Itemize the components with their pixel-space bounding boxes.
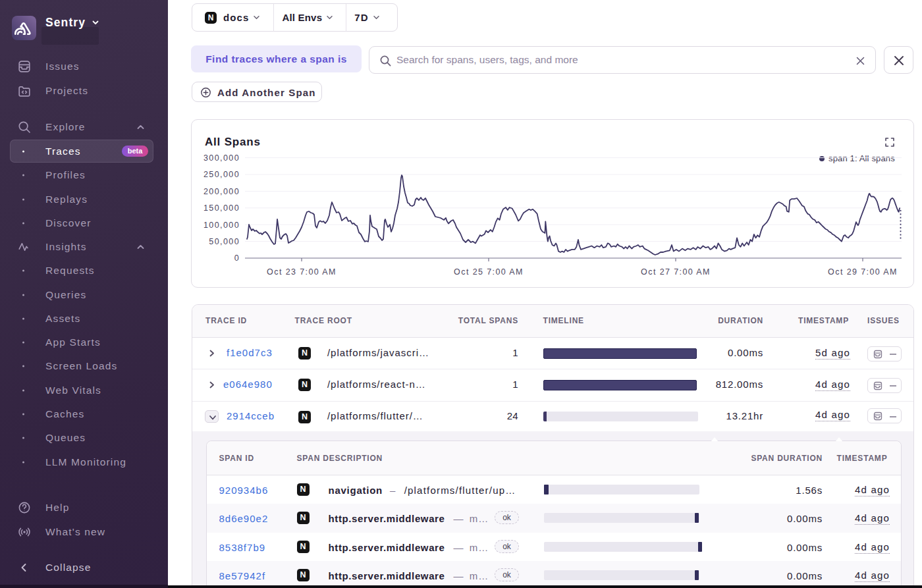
svg-text:0: 0 bbox=[234, 254, 240, 263]
svg-text:Oct 23 7:00 AM: Oct 23 7:00 AM bbox=[267, 267, 337, 277]
svg-text:300,000: 300,000 bbox=[203, 153, 240, 163]
svg-text:50,000: 50,000 bbox=[209, 237, 240, 246]
svg-text:Oct 29 7:00 AM: Oct 29 7:00 AM bbox=[828, 267, 898, 277]
svg-text:Oct 27 7:00 AM: Oct 27 7:00 AM bbox=[641, 267, 711, 277]
svg-text:100,000: 100,000 bbox=[203, 221, 240, 230]
svg-text:200,000: 200,000 bbox=[203, 187, 240, 196]
svg-text:Oct 25 7:00 AM: Oct 25 7:00 AM bbox=[454, 267, 524, 277]
svg-text:250,000: 250,000 bbox=[203, 170, 240, 179]
svg-text:150,000: 150,000 bbox=[203, 203, 240, 213]
